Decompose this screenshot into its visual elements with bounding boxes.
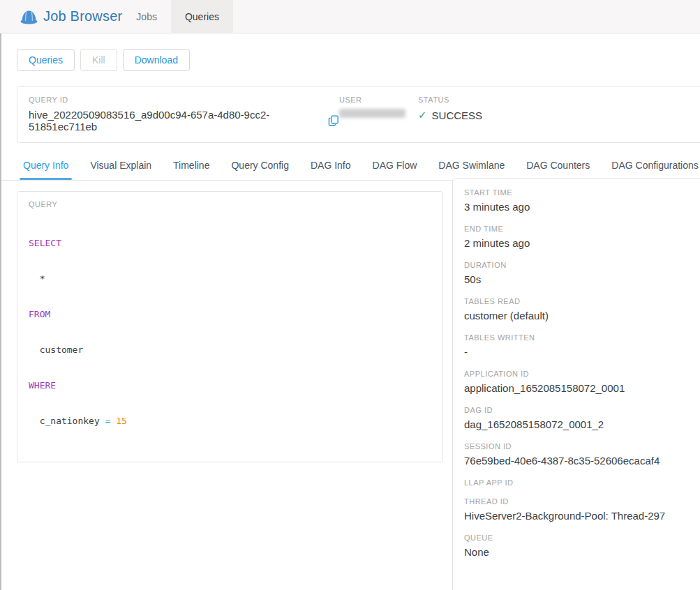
top-tab-jobs[interactable]: Jobs: [122, 0, 171, 33]
sql-line: FROM: [29, 308, 431, 320]
queries-back-button[interactable]: Queries: [17, 49, 75, 71]
query-id-field: QUERY ID hive_20220509083516_a9d00c94-65…: [29, 96, 339, 133]
property-label: DAG ID: [464, 406, 700, 414]
job-browser-page: Job Browser Jobs Queries Queries Kill Do…: [0, 0, 700, 590]
tab-dag-info[interactable]: DAG Info: [311, 160, 351, 180]
user-value-redacted: [339, 109, 405, 118]
property-dag-id: DAG ID dag_1652085158072_0001_2: [464, 406, 700, 432]
app-title: Job Browser: [43, 8, 122, 24]
property-label: LLAP APP ID: [464, 478, 700, 487]
user-field: USER: [339, 96, 418, 133]
property-queue: QUEUE None: [464, 534, 700, 559]
sql-text: *: [29, 273, 45, 284]
property-value: HiveServer2-Background-Pool: Thread-297: [464, 509, 700, 523]
property-label: APPLICATION ID: [464, 370, 700, 378]
property-label: THREAD ID: [464, 497, 700, 506]
left-edge-divider: [0, 33, 1, 590]
tab-query-info[interactable]: Query Info: [23, 160, 68, 180]
sql-code: SELECT * FROM customer WHERE c_nationkey…: [29, 213, 431, 451]
query-sql-card: QUERY SELECT * FROM customer WHERE c_nat…: [17, 191, 443, 462]
sql-line: customer: [29, 344, 431, 356]
tab-timeline[interactable]: Timeline: [173, 160, 209, 180]
sql-line: SELECT: [29, 237, 431, 249]
property-value: 76e59bed-40e6-4387-8c35-52606ecacaf4: [464, 454, 700, 468]
property-duration: DURATION 50s: [464, 261, 700, 287]
download-button[interactable]: Download: [123, 49, 190, 71]
app-header: Job Browser Jobs Queries: [0, 0, 700, 33]
job-browser-logo[interactable]: Job Browser: [0, 0, 122, 33]
sql-text: c_nationkey: [29, 416, 105, 426]
property-thread-id: THREAD ID HiveServer2-Background-Pool: T…: [464, 497, 700, 523]
property-tables-written: TABLES WRITTEN -: [464, 333, 700, 359]
hard-hat-icon: [20, 8, 38, 24]
property-tables-read: TABLES READ customer (default): [464, 297, 700, 323]
query-id-value: hive_20220509083516_a9d00c94-657a-4d80-9…: [29, 109, 324, 133]
query-panel-label: QUERY: [29, 200, 431, 209]
status-field: STATUS ✓ SUCCESS: [418, 96, 482, 133]
user-label: USER: [339, 96, 418, 104]
copy-icon[interactable]: [328, 115, 339, 126]
property-value: -: [464, 345, 700, 359]
property-session-id: SESSION ID 76e59bed-40e6-4387-8c35-52606…: [464, 442, 700, 468]
tab-query-config[interactable]: Query Config: [231, 160, 288, 180]
property-value: 3 minutes ago: [464, 200, 700, 214]
status-badge: SUCCESS: [432, 109, 483, 121]
property-value: 50s: [464, 273, 700, 287]
sql-number: 15: [116, 416, 127, 426]
property-label: DURATION: [464, 261, 700, 269]
check-icon: ✓: [418, 109, 427, 121]
property-end-time: END TIME 2 minutes ago: [464, 225, 700, 250]
query-id-label: QUERY ID: [29, 96, 339, 104]
property-value: customer (default): [464, 309, 700, 323]
kill-button[interactable]: Kill: [80, 49, 117, 71]
sql-keyword: WHERE: [29, 380, 56, 391]
sql-line: c_nationkey = 15: [29, 415, 431, 427]
status-label: STATUS: [418, 96, 482, 104]
property-label: END TIME: [464, 225, 700, 233]
property-label: START TIME: [464, 188, 700, 197]
sql-keyword: SELECT: [29, 238, 61, 248]
sql-keyword: FROM: [29, 309, 50, 319]
toolbar: Queries Kill Download: [17, 49, 700, 71]
property-label: TABLES READ: [464, 297, 700, 305]
property-label: SESSION ID: [464, 442, 700, 451]
property-llap-app-id: LLAP APP ID: [464, 478, 700, 487]
tab-dag-swimlane[interactable]: DAG Swimlane: [438, 160, 505, 180]
sql-line: *: [29, 273, 431, 285]
property-label: TABLES WRITTEN: [464, 333, 700, 342]
sql-text: customer: [29, 345, 83, 355]
tab-dag-configurations[interactable]: DAG Configurations: [611, 160, 699, 180]
top-tab-queries[interactable]: Queries: [171, 0, 233, 33]
property-start-time: START TIME 3 minutes ago: [464, 188, 700, 214]
tab-dag-counters[interactable]: DAG Counters: [526, 160, 590, 180]
property-value: dag_1652085158072_0001_2: [464, 418, 700, 432]
property-value: application_1652085158072_0001: [464, 381, 700, 395]
tab-visual-explain[interactable]: Visual Explain: [90, 160, 151, 180]
query-properties-panel: START TIME 3 minutes ago END TIME 2 minu…: [452, 178, 700, 590]
tab-dag-flow[interactable]: DAG Flow: [373, 160, 417, 180]
sql-line: WHERE: [29, 379, 431, 391]
property-application-id: APPLICATION ID application_1652085158072…: [464, 370, 700, 395]
property-value: None: [464, 545, 700, 559]
query-summary-card: QUERY ID hive_20220509083516_a9d00c94-65…: [17, 86, 700, 143]
property-value: 2 minutes ago: [464, 236, 700, 250]
property-label: QUEUE: [464, 534, 700, 542]
detail-tabs: Query Info Visual Explain Timeline Query…: [0, 151, 700, 181]
